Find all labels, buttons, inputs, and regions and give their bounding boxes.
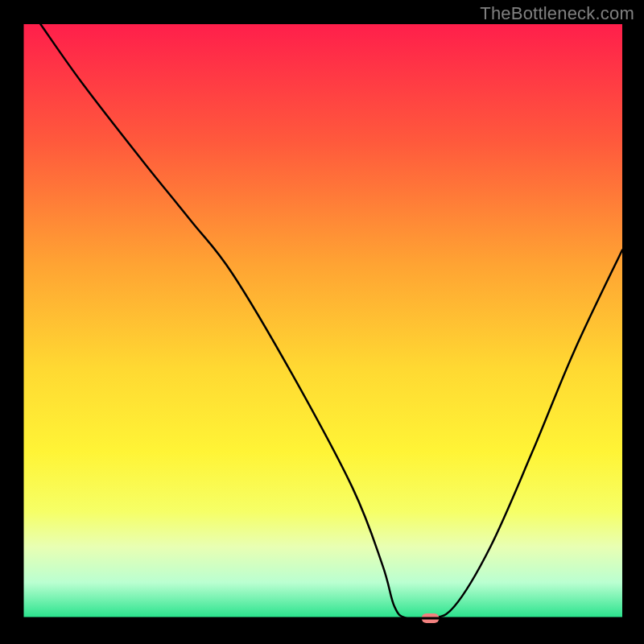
watermark-text: TheBottleneck.com [480, 3, 634, 24]
bottleneck-chart [0, 0, 644, 644]
chart-frame: TheBottleneck.com [0, 0, 644, 644]
gradient-background [23, 24, 622, 618]
